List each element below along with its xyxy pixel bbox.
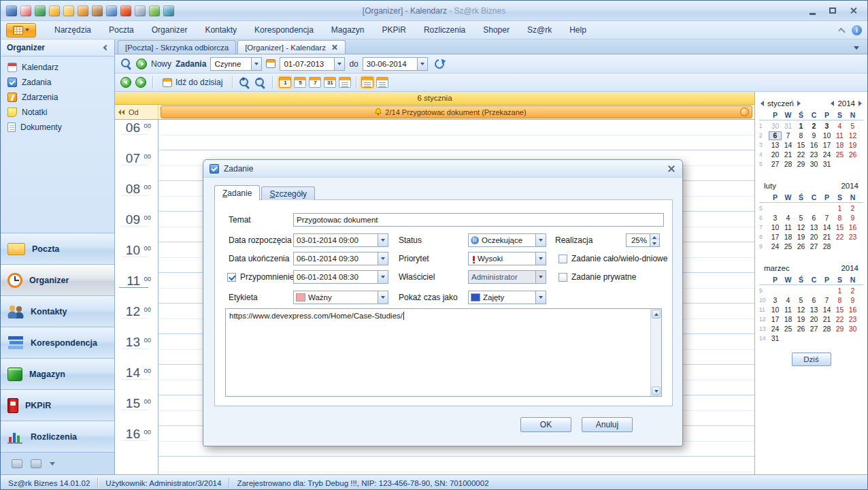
checkbox-checked-icon[interactable] bbox=[227, 273, 236, 282]
day-cell[interactable]: 9 bbox=[846, 296, 859, 305]
minimize-ribbon-icon[interactable] bbox=[838, 27, 846, 35]
dropdown-icon[interactable] bbox=[378, 291, 388, 304]
day-cell[interactable]: 15 bbox=[833, 223, 846, 232]
day-cell[interactable]: 16 bbox=[846, 223, 859, 232]
menu-tab-sz@rk[interactable]: Sz@rk bbox=[518, 21, 561, 39]
day-cell[interactable]: 17 bbox=[820, 141, 833, 150]
day-cell[interactable]: 17 bbox=[769, 315, 782, 324]
menu-tab-pkpir[interactable]: PKPiR bbox=[373, 21, 415, 39]
menu-tab-shoper[interactable]: Shoper bbox=[474, 21, 518, 39]
contacts-icon[interactable] bbox=[92, 5, 103, 16]
close-tab-icon[interactable] bbox=[331, 44, 338, 51]
day-cell[interactable]: 23 bbox=[807, 150, 820, 159]
day-cell[interactable]: 19 bbox=[795, 233, 807, 242]
notes-scrollbar[interactable] bbox=[650, 309, 661, 396]
day-cell[interactable]: 28 bbox=[820, 242, 833, 251]
dropdown-icon[interactable] bbox=[378, 271, 388, 283]
day-cell[interactable]: 15 bbox=[795, 141, 807, 150]
day-cell[interactable]: 11 bbox=[782, 223, 795, 232]
day-cell[interactable]: 21 bbox=[820, 233, 833, 242]
checkbox-icon[interactable] bbox=[558, 255, 567, 263]
pokaz-czas-select[interactable]: Zajęty bbox=[468, 291, 546, 304]
allday-checkbox[interactable]: Zadanie cało/wielo-dniowe bbox=[558, 252, 667, 265]
dropdown-icon[interactable] bbox=[535, 291, 546, 304]
dropdown-icon[interactable] bbox=[417, 58, 427, 70]
menu-tab-rozliczenia[interactable]: Rozliczenia bbox=[415, 21, 474, 39]
menu-tab-help[interactable]: Help bbox=[561, 21, 595, 39]
data-rozpoczecia-input[interactable]: 03-01-2014 09:00 bbox=[293, 233, 388, 247]
day-cell[interactable]: 24 bbox=[769, 242, 782, 251]
nav-button-korespondencja[interactable]: Korespondencja bbox=[1, 327, 114, 358]
day-cell[interactable]: 28 bbox=[782, 160, 795, 169]
day-cell[interactable]: 27 bbox=[769, 160, 782, 169]
day-cell[interactable]: 9 bbox=[846, 214, 859, 223]
day-cell[interactable]: 1 bbox=[833, 204, 846, 213]
view-day-button[interactable]: 1 bbox=[279, 77, 291, 88]
dropdown-icon[interactable] bbox=[334, 58, 344, 70]
nav-button-rozliczenia[interactable]: Rozliczenia bbox=[1, 421, 114, 452]
goto-today-button[interactable]: Idź do dzisiaj bbox=[159, 76, 226, 88]
day-cell[interactable]: 5 bbox=[795, 214, 807, 223]
time-slot[interactable] bbox=[158, 457, 754, 474]
nav-button-organizer[interactable]: Organizer bbox=[1, 264, 114, 295]
search-icon[interactable] bbox=[106, 5, 117, 16]
day-cell[interactable]: 19 bbox=[846, 141, 859, 150]
priorytet-select[interactable]: Wysoki bbox=[468, 252, 546, 265]
day-cell[interactable]: 8 bbox=[833, 214, 846, 223]
day-cell[interactable]: 23 bbox=[846, 233, 859, 242]
day-cell[interactable]: 18 bbox=[833, 141, 846, 150]
nav-button-pkpir[interactable]: PKPiR bbox=[1, 389, 114, 421]
time-slot[interactable] bbox=[158, 120, 754, 150]
search-icon[interactable] bbox=[120, 58, 132, 69]
day-cell[interactable]: 14 bbox=[820, 223, 833, 232]
date-to-input[interactable]: 30-06-2014 bbox=[363, 57, 428, 71]
chevrons-left-icon[interactable] bbox=[118, 110, 125, 115]
day-cell[interactable]: 31 bbox=[782, 122, 795, 131]
dropdown-icon[interactable] bbox=[251, 58, 261, 70]
table-icon[interactable] bbox=[163, 5, 174, 16]
dropdown-icon[interactable] bbox=[378, 252, 388, 265]
new-item-icon[interactable] bbox=[136, 59, 147, 69]
dropdown-icon[interactable] bbox=[535, 252, 546, 265]
day-cell[interactable]: 1 bbox=[833, 287, 846, 295]
footer-chevron-down-icon[interactable] bbox=[50, 462, 55, 466]
day-cell[interactable]: 13 bbox=[807, 306, 820, 314]
day-cell[interactable]: 5 bbox=[795, 296, 807, 305]
day-cell[interactable]: 24 bbox=[769, 325, 782, 333]
menu-tab-kontakty[interactable]: Kontakty bbox=[196, 21, 246, 39]
day-cell[interactable]: 10 bbox=[769, 306, 782, 314]
mail-send-icon[interactable] bbox=[63, 5, 74, 16]
menu-tab-korespondencja[interactable]: Korespondencja bbox=[246, 21, 322, 39]
zoom-out-icon[interactable] bbox=[254, 77, 266, 88]
spin-down-icon[interactable] bbox=[650, 240, 659, 246]
day-cell[interactable]: 30 bbox=[807, 160, 820, 169]
day-cell[interactable]: 10 bbox=[820, 131, 833, 140]
day-cell[interactable]: 7 bbox=[820, 296, 833, 305]
day-cell[interactable]: 31 bbox=[769, 334, 782, 343]
footer-shop-icon[interactable] bbox=[12, 459, 22, 468]
day-cell[interactable]: 12 bbox=[795, 223, 807, 232]
menu-tab-magazyn[interactable]: Magazyn bbox=[322, 21, 373, 39]
app-window-icon[interactable] bbox=[6, 5, 17, 16]
view-timeline-button[interactable] bbox=[376, 77, 388, 88]
day-cell[interactable]: 4 bbox=[782, 214, 795, 223]
spin-up-icon[interactable] bbox=[650, 234, 659, 240]
day-cell[interactable]: 20 bbox=[807, 233, 820, 242]
notes-textarea[interactable]: https://www.devexpress.com/Home/Case-Stu… bbox=[225, 308, 662, 397]
dialog-titlebar[interactable]: Zadanie bbox=[203, 160, 682, 178]
day-cell[interactable]: 12 bbox=[846, 131, 859, 140]
day-cell[interactable]: 28 bbox=[820, 325, 833, 333]
dropdown-icon[interactable] bbox=[535, 234, 546, 246]
print-icon[interactable] bbox=[135, 5, 146, 16]
day-cell[interactable]: 26 bbox=[795, 325, 807, 333]
tab-list-dropdown-icon[interactable] bbox=[854, 46, 859, 50]
day-cell[interactable]: 29 bbox=[833, 325, 846, 333]
day-cell[interactable]: 31 bbox=[820, 160, 833, 169]
calendar-icon[interactable] bbox=[20, 5, 31, 16]
day-cell[interactable]: 22 bbox=[833, 233, 846, 242]
day-cell[interactable]: 20 bbox=[769, 150, 782, 159]
dialog-tab-szczegóły[interactable]: Szczegóły bbox=[261, 186, 315, 200]
private-checkbox[interactable]: Zadanie prywatne bbox=[558, 270, 636, 284]
day-cell[interactable]: 12 bbox=[795, 306, 807, 314]
new-button[interactable]: Nowy bbox=[151, 59, 171, 69]
